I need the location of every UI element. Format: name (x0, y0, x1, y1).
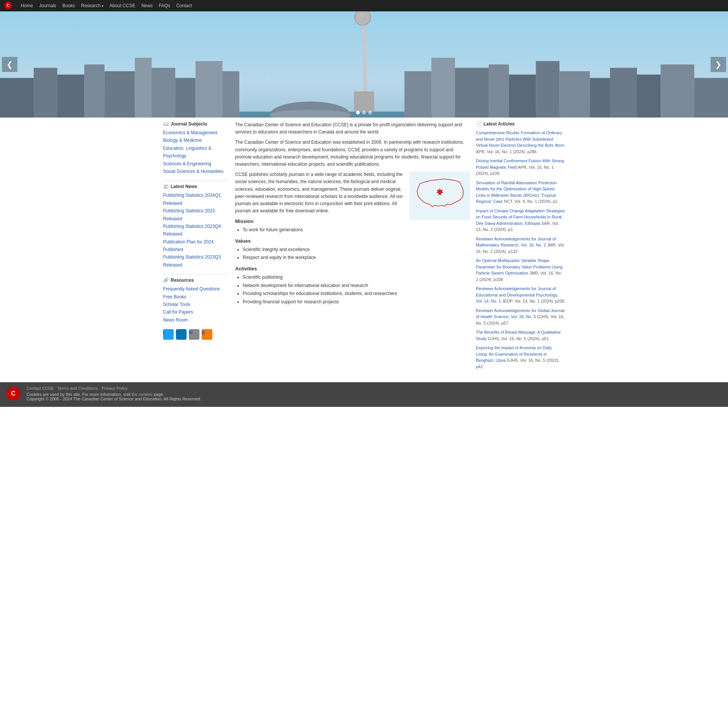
navigation: C Home Journals Books Research About CCS… (0, 0, 728, 11)
footer-cookies-link[interactable]: the cookies (132, 392, 153, 397)
sidebar: 📖 Journal Subjects Economics & Managemen… (163, 121, 231, 373)
resource-call-for-papers[interactable]: Call for Papers (163, 308, 228, 316)
article-item-9: The Benefits of Breast Massage: A Qualit… (476, 329, 565, 342)
article-item-6: An Optimal Multiquadric Variable Shape P… (476, 257, 565, 282)
carousel-prev-button[interactable]: ❮ (2, 57, 17, 72)
nav-research[interactable]: Research (78, 0, 107, 12)
divider-1 (163, 180, 228, 181)
social-email-link[interactable]: ✉ (189, 329, 199, 340)
svg-rect-24 (560, 71, 590, 118)
article-link-5[interactable]: Reviewer Acknowledgements for Journal of… (476, 237, 556, 248)
resource-faq[interactable]: Frequently Asked Questions (163, 285, 228, 293)
mission-item-1: To work for future generations (243, 226, 470, 234)
subject-sciences[interactable]: Sciences & Engineering (163, 160, 228, 168)
svg-rect-21 (489, 64, 509, 118)
carousel-indicators (356, 111, 372, 115)
article-item-4: Impact of Climate Change Adaptation Stra… (476, 208, 565, 233)
svg-rect-4 (0, 78, 34, 118)
article-link-1[interactable]: Comprehensive Bicubic Formalism of Ordin… (476, 130, 564, 147)
divider-2 (163, 274, 228, 275)
news-item-4[interactable]: Publication Plan for 2024 Published (163, 238, 228, 254)
resources-section: 🔗 Resources Frequently Asked Questions F… (163, 278, 228, 324)
latest-articles-title: 📄 Latest Articles (476, 121, 565, 127)
svg-rect-12 (196, 61, 223, 118)
footer-terms-link[interactable]: Terms and Conditions (58, 386, 98, 391)
svg-rect-7 (84, 64, 104, 118)
activities-item-2: Network development for international ed… (243, 282, 470, 290)
carousel-dot-1[interactable] (356, 111, 360, 115)
svg-rect-6 (57, 75, 84, 118)
svg-text:C: C (6, 3, 9, 8)
latest-news-section: 📰 Latest News Publishing Statistics 2024… (163, 184, 228, 269)
footer-contact-link[interactable]: Contact CCSE (27, 386, 54, 391)
nav-home[interactable]: Home (18, 0, 36, 11)
nav-news[interactable]: News (138, 0, 156, 11)
subject-economics[interactable]: Economics & Management (163, 129, 228, 136)
article-item-7: Reviewer Acknowledgements for Journal of… (476, 286, 565, 304)
svg-rect-9 (135, 58, 152, 118)
svg-rect-10 (152, 68, 175, 118)
nav-books[interactable]: Books (59, 0, 78, 11)
article-item-2: Driving Inertial Confinement Fusion With… (476, 158, 565, 177)
svg-text:C: C (11, 390, 16, 397)
nav-about[interactable]: About CCSE (107, 0, 138, 11)
main-content: The Canadian Center of Science and Educa… (231, 121, 474, 373)
intro-paragraph-2: The Canadian Center of Science and Educa… (235, 139, 470, 168)
resource-news-room[interactable]: News Room (163, 316, 228, 324)
article-ref-3: NCT, Vol. 9, No. 1 (2024), p1 (504, 199, 557, 204)
site-logo[interactable]: C (4, 1, 12, 11)
carousel-dot-3[interactable] (368, 111, 372, 115)
activities-item-4: Providing financial support for research… (243, 298, 470, 306)
svg-rect-8 (105, 71, 135, 118)
news-item-5[interactable]: Publishing Statistics 2023Q3 Released (163, 253, 228, 269)
footer-copyright: Copyright © 2006 - 2024 The Canadian Cen… (27, 397, 202, 401)
social-blogger-link[interactable]: B (202, 329, 212, 340)
footer-info: Contact CCSE Terms and Conditions Privac… (27, 386, 202, 401)
subject-social-sciences[interactable]: Social Sciences & Humanities (163, 168, 228, 175)
carousel-next-button[interactable]: ❯ (711, 57, 726, 72)
svg-rect-19 (431, 58, 455, 118)
activities-item-1: Scientific publishing (243, 273, 470, 282)
article-ref-9: GJHS, Vol. 16, No. 5 (2024), p51 (488, 336, 549, 341)
resource-scholar-tools[interactable]: Scholar Tools (163, 301, 228, 308)
nav-contact[interactable]: Contact (173, 0, 195, 11)
subject-education[interactable]: Education, Linguistics & Psychology (163, 144, 228, 160)
news-icon: 📰 (163, 184, 169, 189)
svg-rect-26 (610, 68, 637, 118)
subject-biology[interactable]: Biology & Medicine (163, 136, 228, 144)
svg-rect-28 (661, 64, 694, 118)
svg-rect-25 (590, 78, 610, 118)
resource-books[interactable]: Free Books (163, 293, 228, 301)
svg-rect-23 (536, 61, 559, 118)
svg-rect-13 (223, 71, 239, 118)
svg-rect-5 (34, 68, 57, 118)
news-item-1[interactable]: Publishing Statistics 2024Q1 Released (163, 191, 228, 207)
footer-logo: C (6, 386, 21, 401)
resources-title: 🔗 Resources (163, 278, 228, 283)
svg-rect-20 (455, 68, 489, 118)
svg-rect-17 (360, 11, 364, 17)
canada-map-image (410, 171, 470, 221)
social-twitter-link[interactable]: t (163, 329, 174, 340)
svg-rect-15 (354, 91, 374, 111)
values-heading: Values (235, 238, 470, 244)
news-item-2[interactable]: Publishing Statistics 2023 Released (163, 207, 228, 223)
journal-subjects-section: 📖 Journal Subjects Economics & Managemen… (163, 121, 228, 175)
news-item-3[interactable]: Publishing Statistics 2023Q4 Released (163, 223, 228, 238)
book-icon: 📖 (163, 121, 169, 127)
values-item-1: Scientific integrity and excellence (243, 246, 470, 254)
svg-rect-27 (637, 75, 661, 118)
carousel-dot-2[interactable] (362, 111, 366, 115)
svg-rect-29 (694, 78, 728, 118)
nav-faqs[interactable]: FAQs (156, 0, 173, 11)
right-panel: 📄 Latest Articles Comprehensive Bicubic … (474, 121, 565, 373)
footer-privacy-link[interactable]: Privacy Policy (102, 386, 127, 391)
social-linkedin-link[interactable]: in (176, 329, 187, 340)
nav-journals[interactable]: Journals (36, 0, 59, 11)
mission-list: To work for future generations (243, 226, 470, 234)
values-item-2: Respect and equity in the workplace (243, 254, 470, 262)
svg-rect-32 (410, 171, 470, 220)
article-ref-7: JEDP, Vol. 14, No. 1 (2024), p200 (502, 299, 564, 303)
footer: C Contact CCSE Terms and Conditions Priv… (0, 382, 728, 407)
activities-item-3: Providing scholarships for educational i… (243, 290, 470, 298)
